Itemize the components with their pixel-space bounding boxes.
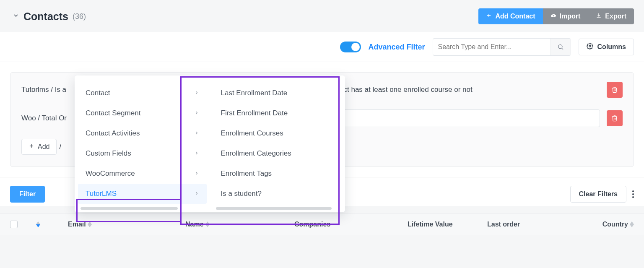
plus-icon bbox=[486, 13, 492, 20]
chevron-right-icon bbox=[194, 109, 199, 117]
svg-marker-15 bbox=[630, 224, 634, 227]
svg-point-3 bbox=[558, 45, 562, 49]
svg-marker-12 bbox=[205, 221, 210, 224]
chevron-right-icon bbox=[194, 129, 199, 138]
search-input[interactable] bbox=[433, 39, 551, 55]
sort-icon bbox=[205, 221, 210, 227]
svg-marker-11 bbox=[88, 224, 92, 227]
columns-button[interactable]: Columns bbox=[579, 39, 634, 55]
column-last-order-label: Last order bbox=[487, 221, 520, 228]
svg-marker-9 bbox=[36, 224, 40, 227]
popover-category-label: WooCommerce bbox=[86, 169, 135, 178]
filter-row-2-prefix: Woo / Total Or bbox=[21, 114, 67, 122]
more-options-button[interactable] bbox=[632, 190, 634, 198]
select-all-checkbox[interactable] bbox=[10, 221, 18, 228]
popover-option-first-enrollment-date[interactable]: First Enrollment Date bbox=[213, 103, 342, 123]
column-lifetime-label: Lifetime Value bbox=[408, 221, 453, 228]
column-name-label: Name bbox=[185, 221, 204, 228]
popover-option-label: Is a student? bbox=[221, 190, 262, 198]
column-lifetime-value[interactable]: Lifetime Value bbox=[408, 221, 470, 228]
apply-filter-button[interactable]: Filter bbox=[10, 186, 45, 203]
add-filter-button[interactable]: Add bbox=[21, 139, 57, 155]
scrollbar[interactable] bbox=[80, 207, 178, 210]
scrollbar[interactable] bbox=[216, 207, 332, 210]
popover-option-last-enrollment-date[interactable]: Last Enrollment Date bbox=[213, 83, 342, 103]
page-title: Contacts bbox=[23, 10, 68, 23]
columns-label: Columns bbox=[597, 43, 626, 51]
svg-line-4 bbox=[562, 48, 563, 49]
popover-category-contact[interactable]: Contact bbox=[78, 83, 207, 103]
popover-category-label: TutorLMS bbox=[86, 190, 117, 198]
filter-type-popover: ContactContact SegmentContact Activities… bbox=[75, 75, 345, 212]
popover-option-is-a-student[interactable]: Is a student? bbox=[213, 184, 342, 204]
import-button[interactable]: Import bbox=[543, 8, 588, 24]
advanced-filter-label: Advanced Filter bbox=[369, 43, 425, 52]
advanced-filter-toggle[interactable] bbox=[340, 42, 361, 52]
popover-category-tutorlms[interactable]: TutorLMS bbox=[78, 184, 207, 204]
svg-marker-10 bbox=[88, 221, 92, 224]
chevron-right-icon bbox=[194, 169, 199, 178]
chevron-down-icon[interactable] bbox=[13, 12, 19, 21]
popover-category-label: Contact Activities bbox=[86, 129, 140, 138]
download-icon bbox=[596, 13, 602, 20]
svg-marker-13 bbox=[205, 224, 210, 227]
sort-icon bbox=[630, 221, 634, 227]
popover-option-label: Enrollment Categories bbox=[221, 149, 291, 158]
svg-marker-8 bbox=[36, 221, 40, 224]
filter-value-input[interactable] bbox=[340, 109, 600, 127]
svg-marker-14 bbox=[630, 221, 634, 224]
add-contact-button[interactable]: Add Contact bbox=[478, 8, 543, 24]
sort-icon bbox=[88, 221, 92, 227]
add-contact-label: Add Contact bbox=[495, 13, 535, 20]
clear-filters-button[interactable]: Clear Filters bbox=[570, 186, 626, 203]
popover-option-label: Last Enrollment Date bbox=[221, 89, 288, 97]
column-country[interactable]: Country bbox=[588, 221, 634, 228]
popover-category-contact-segment[interactable]: Contact Segment bbox=[78, 103, 207, 123]
svg-point-5 bbox=[589, 45, 591, 47]
search-input-wrap[interactable] bbox=[433, 38, 571, 56]
add-filter-tail: / bbox=[59, 143, 61, 151]
column-last-order[interactable]: Last order bbox=[487, 221, 571, 228]
popover-category-label: Custom Fields bbox=[86, 149, 131, 158]
popover-category-label: Contact Segment bbox=[86, 109, 140, 117]
popover-option-enrollment-categories[interactable]: Enrollment Categories bbox=[213, 143, 342, 164]
chevron-right-icon bbox=[194, 149, 199, 158]
import-label: Import bbox=[560, 13, 581, 20]
column-companies-label: Companies bbox=[294, 221, 330, 228]
column-email[interactable]: Email bbox=[68, 221, 169, 228]
filter-row-1-prefix: Tutorlms / Is a bbox=[21, 86, 66, 94]
popover-category-label: Contact bbox=[86, 89, 110, 97]
popover-option-label: First Enrollment Date bbox=[221, 109, 288, 117]
search-icon[interactable] bbox=[551, 39, 571, 55]
export-button[interactable]: Export bbox=[588, 8, 634, 24]
filter-row-1-suffix: act has at least one enrolled course or … bbox=[340, 86, 473, 94]
sort-indicator[interactable] bbox=[36, 221, 40, 227]
gear-icon bbox=[587, 43, 593, 51]
column-companies[interactable]: Companies bbox=[294, 221, 391, 228]
cloud-upload-icon bbox=[551, 13, 556, 20]
page-count: (36) bbox=[73, 12, 86, 21]
delete-filter-1-button[interactable] bbox=[607, 82, 623, 98]
table-header: Email Name Companies Lifetime Value Last… bbox=[0, 213, 644, 235]
column-country-label: Country bbox=[602, 221, 628, 228]
column-email-label: Email bbox=[68, 221, 86, 228]
delete-filter-2-button[interactable] bbox=[607, 110, 623, 126]
popover-category-contact-activities[interactable]: Contact Activities bbox=[78, 123, 207, 143]
add-filter-label: Add bbox=[38, 143, 49, 151]
column-name[interactable]: Name bbox=[185, 221, 278, 228]
popover-category-woocommerce[interactable]: WooCommerce bbox=[78, 164, 207, 184]
plus-icon bbox=[29, 143, 34, 151]
chevron-right-icon bbox=[194, 190, 199, 198]
export-label: Export bbox=[605, 13, 626, 20]
popover-option-label: Enrollment Tags bbox=[221, 169, 272, 178]
popover-category-custom-fields[interactable]: Custom Fields bbox=[78, 143, 207, 164]
popover-option-enrollment-tags[interactable]: Enrollment Tags bbox=[213, 164, 342, 184]
popover-option-label: Enrollment Courses bbox=[221, 129, 283, 138]
chevron-right-icon bbox=[194, 89, 199, 97]
popover-option-enrollment-courses[interactable]: Enrollment Courses bbox=[213, 123, 342, 143]
